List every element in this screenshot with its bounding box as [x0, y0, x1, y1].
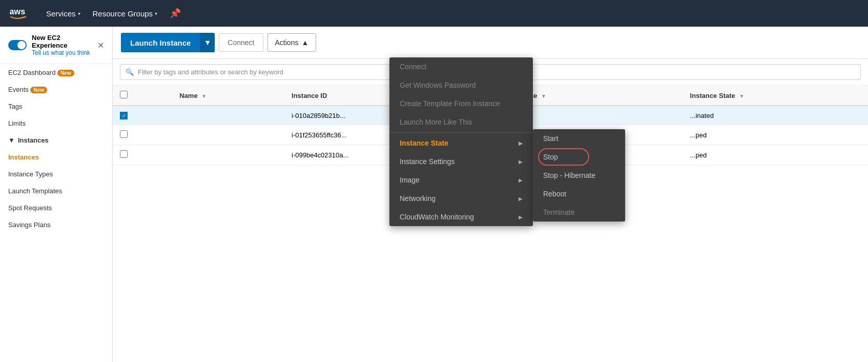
actions-button[interactable]: Actions ▲: [267, 33, 317, 52]
spot-requests-label: Spot Requests: [8, 204, 52, 212]
sidebar-item-instances[interactable]: Instances: [0, 149, 112, 166]
instance-settings-arrow: ▶: [519, 159, 523, 165]
aws-logo[interactable]: aws: [8, 5, 34, 22]
col-state[interactable]: Instance State ▼: [683, 86, 868, 106]
new-experience-toggle[interactable]: [8, 40, 27, 50]
menu-instance-settings-label: Instance Settings: [400, 157, 454, 166]
menu-item-image[interactable]: Image ▶: [389, 171, 533, 189]
resource-groups-chevron: ▾: [155, 11, 157, 16]
launch-instance-button[interactable]: Launch Instance ▾: [121, 33, 215, 52]
sidebar-item-instance-types[interactable]: Instance Types: [0, 166, 112, 183]
sidebar-header: New EC2 Experience Tell us what you thin…: [0, 27, 112, 64]
services-nav[interactable]: Services ▾: [46, 9, 80, 18]
top-nav: aws Services ▾ Resource Groups ▾ 📌: [0, 0, 868, 27]
menu-instance-state-label: Instance State: [400, 139, 448, 147]
sidebar-close-button[interactable]: ✕: [97, 41, 104, 50]
submenu-item-stop[interactable]: Stop: [533, 148, 625, 166]
main-layout: New EC2 Experience Tell us what you thin…: [0, 27, 868, 362]
actions-label: Actions: [275, 38, 299, 47]
instance-types-label: Instance Types: [8, 170, 53, 178]
row2-checkbox[interactable]: [120, 130, 128, 138]
services-chevron: ▾: [78, 11, 80, 16]
row3-state: ...ped: [683, 145, 868, 165]
menu-item-launch-more[interactable]: Launch More Like This: [389, 113, 533, 131]
tell-us-link[interactable]: Tell us what you think: [32, 49, 92, 56]
menu-item-cloudwatch[interactable]: CloudWatch Monitoring ▶: [389, 208, 533, 226]
sidebar: New EC2 Experience Tell us what you thin…: [0, 27, 113, 362]
row1-checkbox[interactable]: ✓: [120, 112, 128, 119]
launch-templates-label: Launch Templates: [8, 187, 62, 195]
search-placeholder: Filter by tags and attributes or search …: [138, 68, 283, 76]
menu-item-get-windows-password[interactable]: Get Windows Password: [389, 76, 533, 94]
row1-state: ...inated: [683, 106, 868, 125]
resource-groups-label: Resource Groups: [93, 9, 153, 18]
menu-item-create-template[interactable]: Create Template From Instance: [389, 94, 533, 113]
menu-item-connect[interactable]: Connect: [389, 57, 533, 76]
services-label: Services: [46, 9, 76, 18]
menu-item-networking[interactable]: Networking ▶: [389, 189, 533, 208]
submenu-item-stop-hibernate[interactable]: Stop - Hibernate: [533, 166, 625, 185]
submenu-stop-hibernate-label: Stop - Hibernate: [543, 171, 595, 179]
actions-dropdown-menu: Connect Get Windows Password Create Temp…: [389, 57, 533, 226]
connect-button[interactable]: Connect: [219, 33, 263, 52]
submenu-item-reboot[interactable]: Reboot: [533, 185, 625, 203]
launch-instance-dropdown-arrow[interactable]: ▾: [200, 33, 215, 52]
submenu-item-start[interactable]: Start: [533, 129, 625, 148]
sidebar-item-events[interactable]: Events New: [0, 81, 112, 98]
aws-logo-svg: aws: [8, 5, 34, 22]
image-arrow: ▶: [519, 177, 523, 183]
menu-create-template-label: Create Template From Instance: [400, 99, 500, 108]
sidebar-item-launch-templates[interactable]: Launch Templates: [0, 183, 112, 199]
sidebar-item-savings-plans[interactable]: Savings Plans: [0, 216, 112, 233]
row2-checkbox-cell[interactable]: [113, 125, 172, 145]
svg-text:aws: aws: [10, 7, 26, 16]
search-icon: 🔍: [126, 68, 134, 76]
menu-item-instance-settings[interactable]: Instance Settings ▶: [389, 152, 533, 171]
sidebar-header-text: New EC2 Experience Tell us what you thin…: [32, 34, 92, 56]
limits-label: Limits: [8, 119, 26, 127]
name-sort-icon: ▼: [201, 93, 206, 99]
row1-checkbox-cell[interactable]: ✓: [113, 106, 172, 125]
instances-section-label: Instances: [18, 136, 49, 144]
sidebar-item-ec2-dashboard[interactable]: EC2 Dashboard New: [0, 64, 112, 81]
col-name[interactable]: Name ▼: [172, 86, 284, 106]
menu-item-instance-state[interactable]: Instance State ▶: [389, 134, 533, 152]
az-sort-icon: ▼: [541, 93, 546, 99]
submenu-stop-label: Stop: [543, 153, 558, 161]
resource-groups-nav[interactable]: Resource Groups ▾: [93, 9, 158, 18]
instance-state-arrow: ▶: [519, 140, 523, 146]
pin-icon[interactable]: 📌: [170, 8, 181, 19]
row2-name: [172, 125, 284, 145]
cloudwatch-arrow: ▶: [519, 214, 523, 220]
ec2-dashboard-label: EC2 Dashboard: [8, 69, 57, 76]
row2-state: ...ped: [683, 125, 868, 145]
select-all-checkbox[interactable]: [120, 91, 128, 98]
sidebar-instances-section[interactable]: ▼ Instances: [0, 132, 112, 149]
sidebar-item-spot-requests[interactable]: Spot Requests: [0, 199, 112, 216]
menu-cloudwatch-label: CloudWatch Monitoring: [400, 213, 474, 221]
sidebar-item-limits[interactable]: Limits: [0, 115, 112, 132]
toggle-knob: [17, 41, 26, 49]
instances-collapse-icon: ▼: [8, 136, 15, 144]
instances-label: Instances: [8, 153, 39, 161]
menu-get-windows-password-label: Get Windows Password: [400, 81, 476, 89]
new-experience-title: New EC2 Experience: [32, 34, 92, 49]
instance-state-submenu: Start Stop Stop - Hibernate Reboot Termi…: [533, 129, 625, 222]
events-label: Events: [8, 86, 30, 93]
submenu-start-label: Start: [543, 134, 559, 143]
launch-instance-label[interactable]: Launch Instance: [121, 33, 200, 52]
savings-plans-label: Savings Plans: [8, 221, 50, 229]
state-sort-icon: ▼: [739, 93, 744, 99]
row3-checkbox-cell[interactable]: [113, 145, 172, 165]
menu-divider-1: [389, 132, 533, 133]
toolbar: Launch Instance ▾ Connect Actions ▲: [113, 27, 868, 59]
sidebar-item-tags[interactable]: Tags: [0, 98, 112, 115]
events-badge: New: [30, 87, 47, 93]
submenu-item-terminate[interactable]: Terminate: [533, 203, 625, 222]
menu-networking-label: Networking: [400, 194, 436, 203]
tags-label: Tags: [8, 103, 22, 110]
row3-checkbox[interactable]: [120, 150, 128, 158]
menu-launch-more-label: Launch More Like This: [400, 118, 472, 126]
col-checkbox[interactable]: [113, 86, 172, 106]
row1-name: [172, 106, 284, 125]
